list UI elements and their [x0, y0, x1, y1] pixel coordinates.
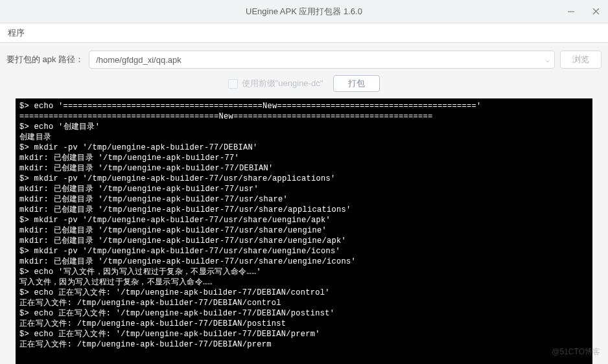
window-title: UEngine APK 应用打包器 1.6.0 [246, 6, 362, 17]
terminal-line: $> echo 正在写入文件: '/tmp/uengine-apk-builde… [19, 308, 589, 319]
terminal-line: 正在写入文件: /tmp/uengine-apk-builder-77/DEBI… [19, 339, 589, 350]
terminal-line: ========================================… [19, 111, 589, 122]
close-icon [592, 8, 600, 15]
terminal-line: 写入文件，因为写入过程过于复杂，不显示写入命令…… [19, 277, 589, 288]
close-button[interactable] [583, 0, 608, 23]
terminal-line: 正在写入文件: /tmp/uengine-apk-builder-77/DEBI… [19, 298, 589, 308]
terminal-line: mkdir: 已创建目录 '/tmp/uengine-apk-builder-7… [19, 236, 589, 246]
titlebar: UEngine APK 应用打包器 1.6.0 [0, 0, 608, 23]
terminal-line: mkdir: 已创建目录 '/tmp/uengine-apk-builder-7… [19, 194, 589, 205]
terminal-line: mkdir: 已创建目录 '/tmp/uengine-apk-builder-7… [19, 225, 589, 236]
terminal-line: $> mkdir -pv '/tmp/uengine-apk-builder-7… [19, 142, 589, 153]
terminal-line: mkdir: 已创建目录 '/tmp/uengine-apk-builder-7… [19, 163, 589, 174]
options-row: 使用前缀"uengine-dc" 打包 [0, 71, 608, 98]
terminal-line: $> echo '===============================… [19, 101, 589, 111]
prefix-checkbox-label: 使用前缀"uengine-dc" [242, 78, 323, 89]
apk-path-input[interactable] [89, 51, 555, 69]
checkbox-icon [228, 79, 238, 89]
menu-program[interactable]: 程序 [4, 26, 29, 40]
terminal-line: $> mkdir -pv '/tmp/uengine-apk-builder-7… [19, 174, 589, 184]
terminal-line: $> mkdir -pv '/tmp/uengine-apk-builder-7… [19, 246, 589, 256]
terminal-line: $> echo '写入文件，因为写入过程过于复杂，不显示写入命令……' [19, 267, 589, 277]
apk-path-label: 要打包的 apk 路径： [6, 54, 84, 65]
terminal-line: $> mkdir -pv '/tmp/uengine-apk-builder-7… [19, 215, 589, 225]
watermark: @51CTO博客 [552, 347, 600, 358]
terminal-line: $> echo '创建目录' [19, 122, 589, 132]
menu-bar: 程序 [0, 23, 608, 43]
apk-path-combobox[interactable]: ⌵ [89, 51, 555, 69]
minimize-button[interactable] [559, 0, 583, 23]
terminal-line: $> echo 正在写入文件: '/tmp/uengine-apk-builde… [19, 329, 589, 339]
terminal-line: mkdir: 已创建目录 '/tmp/uengine-apk-builder-7… [19, 256, 589, 267]
terminal-line: $> echo 正在写入文件: '/tmp/uengine-apk-builde… [19, 288, 589, 298]
prefix-checkbox-wrap[interactable]: 使用前缀"uengine-dc" [228, 78, 323, 89]
terminal-line: 创建目录 [19, 132, 589, 142]
terminal-line: mkdir: 已创建目录 '/tmp/uengine-apk-builder-7… [19, 205, 589, 215]
pack-button[interactable]: 打包 [333, 75, 380, 92]
minimize-icon [567, 8, 575, 16]
terminal-line: mkdir: 已创建目录 '/tmp/uengine-apk-builder-7… [19, 184, 589, 194]
terminal-line: 正在写入文件: /tmp/uengine-apk-builder-77/DEBI… [19, 319, 589, 329]
terminal-line: mkdir: 已创建目录 '/tmp/uengine-apk-builder-7… [19, 153, 589, 163]
terminal-output[interactable]: $> echo '===============================… [16, 98, 592, 364]
window-controls [559, 0, 608, 23]
apk-path-row: 要打包的 apk 路径： ⌵ 浏览 [0, 43, 608, 71]
browse-button[interactable]: 浏览 [560, 51, 602, 69]
